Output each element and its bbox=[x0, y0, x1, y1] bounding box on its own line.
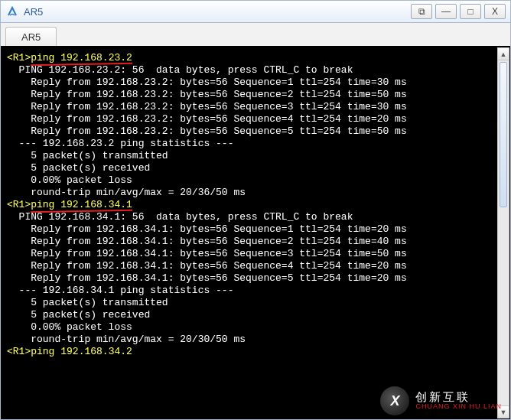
terminal-prompt: <R1> bbox=[7, 199, 31, 210]
terminal-line: Reply from 192.168.34.1: bytes=56 Sequen… bbox=[7, 248, 504, 260]
vertical-scrollbar[interactable]: ▲ ▼ bbox=[497, 47, 509, 418]
terminal-command: ping 192.168.23.2 bbox=[31, 52, 132, 63]
scroll-down-button[interactable]: ▼ bbox=[498, 405, 509, 418]
terminal-line: PING 192.168.23.2: 56 data bytes, press … bbox=[7, 64, 504, 77]
terminal-line: --- 192.168.23.2 ping statistics --- bbox=[7, 138, 504, 150]
terminal-command: ping 192.168.34.1 bbox=[31, 199, 132, 210]
tab-ar5[interactable]: AR5 bbox=[5, 27, 57, 46]
window-controls: ⧉ — □ X bbox=[411, 4, 506, 19]
terminal-line: Reply from 192.168.34.1: bytes=56 Sequen… bbox=[7, 236, 504, 248]
terminal-prompt: <R1> bbox=[7, 52, 31, 63]
terminal-line: 5 packet(s) transmitted bbox=[7, 297, 504, 309]
app-icon bbox=[5, 5, 19, 18]
tab-bar: AR5 bbox=[0, 23, 511, 46]
terminal-line: round-trip min/avg/max = 20/30/50 ms bbox=[7, 334, 504, 346]
terminal-line: 0.00% packet loss bbox=[7, 174, 504, 187]
terminal-line: 5 packet(s) transmitted bbox=[7, 150, 504, 162]
terminal-line: Reply from 192.168.34.1: bytes=56 Sequen… bbox=[7, 272, 504, 285]
minimize-button[interactable]: — bbox=[435, 4, 457, 19]
terminal-line: Reply from 192.168.34.1: bytes=56 Sequen… bbox=[7, 223, 504, 236]
scroll-up-button[interactable]: ▲ bbox=[498, 48, 509, 60]
terminal-line: Reply from 192.168.23.2: bytes=56 Sequen… bbox=[7, 125, 504, 138]
window-titlebar: AR5 ⧉ — □ X bbox=[0, 0, 511, 23]
terminal-line: PING 192.168.34.1: 56 data bytes, press … bbox=[7, 211, 504, 223]
terminal-command: ping 192.168.34.2 bbox=[31, 346, 132, 357]
terminal-output: <R1>ping 192.168.23.2 PING 192.168.23.2:… bbox=[1, 46, 510, 364]
window-title: AR5 bbox=[24, 6, 411, 18]
terminal-line: --- 192.168.34.1 ping statistics --- bbox=[7, 285, 504, 297]
scroll-thumb[interactable] bbox=[500, 62, 507, 207]
maximize-button[interactable]: □ bbox=[460, 4, 481, 19]
terminal-line: Reply from 192.168.23.2: bytes=56 Sequen… bbox=[7, 101, 504, 113]
terminal-area[interactable]: <R1>ping 192.168.23.2 PING 192.168.23.2:… bbox=[0, 46, 511, 420]
terminal-line: 5 packet(s) received bbox=[7, 162, 504, 174]
terminal-line: Reply from 192.168.34.1: bytes=56 Sequen… bbox=[7, 260, 504, 272]
terminal-line: round-trip min/avg/max = 20/36/50 ms bbox=[7, 187, 504, 199]
tab-label: AR5 bbox=[21, 31, 41, 43]
close-button[interactable]: X bbox=[484, 4, 506, 19]
terminal-line: 5 packet(s) received bbox=[7, 309, 504, 321]
terminal-line: 0.00% packet loss bbox=[7, 321, 504, 334]
popout-button[interactable]: ⧉ bbox=[411, 4, 432, 19]
terminal-line: Reply from 192.168.23.2: bytes=56 Sequen… bbox=[7, 113, 504, 125]
terminal-line: Reply from 192.168.23.2: bytes=56 Sequen… bbox=[7, 89, 504, 101]
terminal-line: Reply from 192.168.23.2: bytes=56 Sequen… bbox=[7, 77, 504, 89]
terminal-prompt: <R1> bbox=[7, 346, 31, 357]
